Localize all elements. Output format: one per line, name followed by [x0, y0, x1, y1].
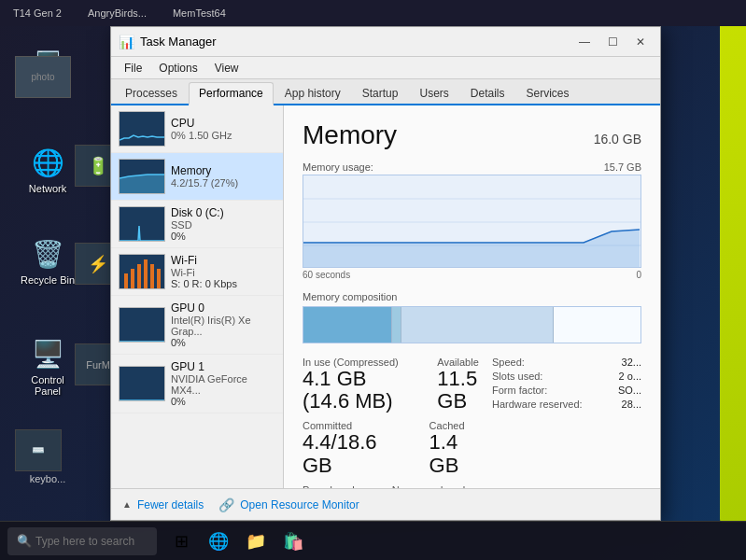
wifi-thumb: [119, 254, 165, 289]
disk0-info: Disk 0 (C:) SSD 0%: [171, 206, 275, 242]
sidebar-item-memory[interactable]: Memory 4.2/15.7 (27%): [111, 153, 283, 201]
comp-free: [553, 307, 640, 343]
open-resource-monitor-button[interactable]: 🔗 Open Resource Monitor: [218, 497, 359, 512]
menubar: File Options View: [111, 57, 660, 79]
menu-file[interactable]: File: [117, 60, 149, 77]
gpu0-thumb: [119, 307, 165, 343]
gpu1-info: GPU 1 NVIDIA GeForce MX4... 0%: [171, 360, 275, 407]
search-input[interactable]: [35, 535, 148, 548]
fewer-details-label: Fewer details: [137, 498, 204, 511]
cpu-sub: 0% 1.50 GHz: [171, 130, 275, 141]
desktop-icon-recycle-bin[interactable]: 🗑️ Recycle Bin: [15, 231, 80, 289]
svg-rect-12: [120, 367, 165, 401]
tab-details[interactable]: Details: [460, 82, 515, 104]
panel-total: 16.0 GB: [594, 132, 641, 147]
keyboard-icon-area[interactable]: ⌨️ keybo...: [15, 429, 80, 484]
stats-left-col: In use (Compressed) 4.1 GB (14.6 MB) Ava…: [303, 357, 492, 488]
recycle-bin-label: Recycle Bin: [21, 274, 75, 286]
sidebar-item-gpu1[interactable]: GPU 1 NVIDIA GeForce MX4... 0%: [111, 355, 283, 413]
committed-cached-row: Committed 4.4/18.6 GB Cached 1.4 GB: [303, 420, 492, 476]
desktop-icon-network[interactable]: 🌐 Network: [15, 140, 80, 198]
sidebar: CPU 0% 1.50 GHz Memory: [111, 105, 284, 488]
comp-modified: [391, 307, 401, 343]
taskmanager-window: 📊 Task Manager — ☐ ✕ File Options View P…: [110, 26, 661, 521]
topbar-memtest[interactable]: MemTest64: [167, 6, 232, 21]
composition-bar: [303, 306, 641, 343]
svg-rect-9: [150, 264, 154, 288]
taskbar-search[interactable]: 🔍: [7, 527, 157, 555]
cpu-name: CPU: [171, 117, 275, 130]
gpu1-name: GPU 1: [171, 360, 275, 373]
speed-row: Speed: 32...: [492, 357, 641, 368]
menu-options[interactable]: Options: [151, 60, 204, 77]
time-left: 60 seconds: [303, 270, 350, 280]
taskview-icon[interactable]: ⊞: [164, 525, 198, 558]
usage-chart: [303, 175, 641, 268]
usage-value: 15.7 GB: [604, 161, 641, 173]
in-use-available-row: In use (Compressed) 4.1 GB (14.6 MB) Ava…: [303, 357, 492, 413]
taskbar: 🔍 ⊞ 🌐 📁 🛍️: [0, 521, 746, 560]
minimize-button[interactable]: —: [572, 32, 597, 52]
desktop-icon-control-panel[interactable]: 🖥️ Control Panel: [15, 331, 80, 400]
svg-rect-0: [120, 112, 165, 147]
topbar-t14[interactable]: T14 Gen 2: [7, 6, 67, 21]
cpu-thumb: [119, 111, 165, 147]
in-use-value: 4.1 GB (14.6 MB): [303, 368, 418, 413]
cpu-graph: [120, 112, 165, 147]
taskmanager-icon: 📊: [119, 35, 134, 49]
network-icon: 🌐: [29, 144, 66, 181]
form-label: Form factor:: [492, 385, 547, 396]
comp-standby: [401, 307, 553, 343]
stats-two-col: In use (Compressed) 4.1 GB (14.6 MB) Ava…: [303, 357, 641, 488]
store-icon[interactable]: 🛍️: [276, 525, 310, 558]
form-value: SO...: [618, 385, 641, 396]
gpu0-info: GPU 0 Intel(R) Iris(R) Xe Grap... 0%: [171, 301, 275, 348]
fewer-details-button[interactable]: ▲ Fewer details: [122, 498, 204, 511]
wifi-sub: Wi-Fi: [171, 267, 275, 278]
cached-value: 1.4 GB: [429, 431, 492, 476]
panel-title: Memory: [303, 120, 397, 150]
usage-label: Memory usage:: [303, 161, 373, 173]
svg-rect-6: [131, 269, 134, 288]
topbar-angrybirds[interactable]: AngryBirds...: [82, 6, 152, 21]
composition-label: Memory composition: [303, 291, 641, 302]
menu-view[interactable]: View: [207, 60, 246, 77]
memory-thumb: [119, 159, 165, 194]
time-right: 0: [636, 270, 641, 280]
memory-sub: 4.2/15.7 (27%): [171, 177, 275, 189]
disk0-name: Disk 0 (C:): [171, 206, 275, 219]
in-use-stat: In use (Compressed) 4.1 GB (14.6 MB): [303, 357, 418, 413]
chevron-up-icon: ▲: [122, 499, 132, 510]
memory-graph: [120, 160, 165, 194]
memory-panel: Memory 16.0 GB Memory usage: 15.7 GB: [284, 105, 660, 488]
slots-row: Slots used: 2 o...: [492, 371, 641, 382]
svg-rect-5: [124, 273, 128, 288]
taskbar-icons: ⊞ 🌐 📁 🛍️: [164, 525, 310, 558]
sidebar-item-gpu0[interactable]: GPU 0 Intel(R) Iris(R) Xe Grap... 0%: [111, 296, 283, 355]
edge-icon[interactable]: 🌐: [202, 525, 235, 558]
sidebar-item-cpu[interactable]: CPU 0% 1.50 GHz: [111, 105, 283, 153]
recycle-bin-icon: 🗑️: [29, 235, 66, 273]
usage-section: Memory usage: 15.7 GB: [303, 161, 641, 280]
sidebar-item-wifi[interactable]: Wi-Fi Wi-Fi S: 0 R: 0 Kbps: [111, 248, 283, 296]
gpu0-sub: Intel(R) Iris(R) Xe Grap...: [171, 315, 275, 337]
topbar: T14 Gen 2 AngryBirds... MemTest64: [0, 0, 746, 26]
tab-startup[interactable]: Startup: [352, 82, 409, 104]
tab-processes[interactable]: Processes: [115, 82, 188, 104]
tab-app-history[interactable]: App history: [274, 82, 351, 104]
maximize-button[interactable]: ☐: [600, 32, 625, 52]
tab-users[interactable]: Users: [409, 82, 458, 104]
yellow-stripe: [720, 0, 746, 523]
tab-performance[interactable]: Performance: [189, 82, 274, 105]
tab-services[interactable]: Services: [516, 82, 580, 104]
comp-in-use: [303, 307, 391, 343]
available-value: 11.5 GB: [437, 368, 492, 413]
search-icon: 🔍: [17, 534, 32, 548]
sidebar-item-disk0[interactable]: Disk 0 (C:) SSD 0%: [111, 201, 283, 248]
explorer-icon[interactable]: 📁: [239, 525, 273, 558]
close-button[interactable]: ✕: [628, 32, 653, 52]
svg-marker-16: [303, 230, 640, 267]
gpu1-sub: NVIDIA GeForce MX4...: [171, 373, 275, 396]
network-label: Network: [29, 183, 66, 194]
committed-value: 4.4/18.6 GB: [303, 431, 411, 476]
